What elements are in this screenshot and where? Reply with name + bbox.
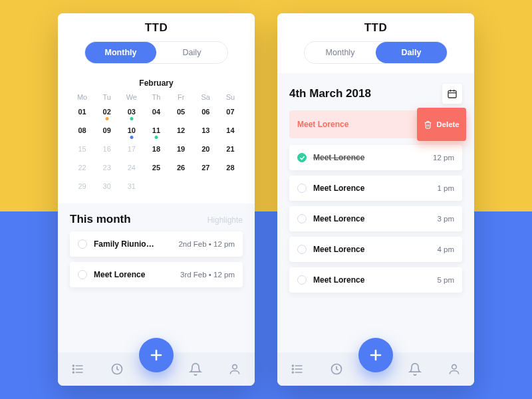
event-time: 5 pm [437,276,454,284]
app-logo: TTD [70,21,243,35]
calendar-day[interactable]: 10 [119,126,144,138]
tab-monthly[interactable]: Monthly [305,42,376,63]
calendar-day[interactable]: 22 [70,164,94,176]
calendar-day[interactable]: 04 [144,108,168,120]
calendar-day[interactable]: 29 [70,182,94,194]
nav-bell-icon[interactable] [402,356,428,382]
event-time: 3 pm [437,215,454,223]
calendar-day[interactable]: 07 [218,108,243,120]
svg-point-7 [233,364,237,369]
status-circle-icon [78,239,87,249]
screen-monthly: TTD Monthly Daily February MoTuWeThFrSaS… [58,13,255,386]
event-title: Meet Lorence [313,153,364,162]
section-subtitle: Highlighte [207,215,243,225]
tab-monthly[interactable]: Monthly [85,42,156,63]
header: TTD Monthly Daily [58,13,255,73]
event-dot-icon [105,117,108,120]
calendar-day[interactable]: 19 [169,145,194,157]
nav-clock-icon[interactable] [104,356,130,382]
calendar-month-label: February [70,78,243,88]
calendar-day[interactable]: 21 [218,145,243,157]
calendar-day[interactable]: 05 [169,108,194,120]
event-title: Meet Lorence [313,245,364,254]
calendar-day[interactable]: 01 [70,108,94,120]
calendar-day[interactable]: 17 [119,145,144,157]
calendar: February MoTuWeThFrSaSu01020304050607080… [58,73,255,203]
calendar-dow: Mo [70,93,94,101]
screen-daily: TTD Monthly Daily 4th March 2018 Meet Lo… [277,13,474,386]
nav-list-icon[interactable] [284,356,311,382]
view-toggle: Monthly Daily [304,41,448,64]
calendar-day[interactable]: 09 [94,126,119,138]
calendar-day[interactable]: 30 [94,182,119,194]
calendar-day[interactable]: 13 [194,126,218,138]
calendar-day[interactable]: 15 [70,145,94,157]
svg-point-21 [452,364,457,369]
status-circle-icon [297,245,307,254]
tab-daily[interactable]: Daily [376,42,447,63]
calendar-day[interactable]: 23 [94,164,119,176]
calendar-day[interactable]: 14 [218,126,243,138]
daily-event-card[interactable]: Meet Lorence1 pm [289,176,462,201]
calendar-day[interactable]: 03 [119,108,144,120]
fab-add-button[interactable] [358,338,393,372]
svg-point-19 [292,372,293,373]
daily-event-list: Meet Lorence12 pmMeet Lorence1 pmMeet Lo… [277,145,474,293]
calendar-day[interactable]: 31 [119,182,144,194]
status-done-icon [297,153,307,162]
event-card[interactable]: Meet Lorence3rd Feb • 12 pm [70,262,243,287]
daily-event-card[interactable]: Meet Lorence3 pm [289,206,462,231]
status-circle-icon [78,270,87,279]
event-card[interactable]: Family Riunio…2nd Feb • 12 pm [70,231,243,257]
calendar-day[interactable]: 08 [70,126,94,138]
calendar-day[interactable]: 28 [218,164,243,176]
fab-add-button[interactable] [139,338,174,372]
event-title: Meet Lorence [94,270,145,279]
svg-rect-10 [448,90,456,98]
swipe-delete-row[interactable]: Meet Lorence Delete [289,110,462,138]
event-meta: 3rd Feb • 12 pm [180,271,235,279]
section-title: This month [70,213,131,226]
calendar-dow: Fr [169,93,194,101]
app-logo: TTD [289,21,462,35]
status-circle-icon [297,275,307,285]
date-title: 4th March 2018 [289,87,371,100]
event-dot-icon [130,117,133,120]
calendar-day[interactable]: 26 [169,164,194,176]
event-meta: 2nd Feb • 12 pm [178,240,235,248]
event-time: 12 pm [433,154,454,162]
calendar-day[interactable]: 27 [194,164,218,176]
nav-profile-icon[interactable] [221,356,248,382]
daily-event-card[interactable]: Meet Lorence5 pm [289,267,462,293]
nav-bell-icon[interactable] [182,356,209,382]
event-dot-icon [154,136,158,139]
daily-header: 4th March 2018 [277,73,474,110]
svg-point-3 [72,365,74,366]
nav-profile-icon[interactable] [441,356,467,382]
svg-point-5 [72,372,74,373]
daily-event-card[interactable]: Meet Lorence12 pm [289,145,462,170]
daily-event-card[interactable]: Meet Lorence4 pm [289,237,462,262]
calendar-day[interactable]: 16 [94,145,119,157]
tab-daily[interactable]: Daily [156,42,227,63]
calendar-day[interactable]: 02 [94,108,119,120]
view-toggle: Monthly Daily [84,41,228,64]
calendar-day[interactable]: 24 [119,164,144,176]
event-title: Meet Lorence [313,214,364,223]
nav-clock-icon[interactable] [323,356,350,382]
svg-point-18 [292,368,293,370]
calendar-dow: Sa [194,93,218,101]
calendar-day[interactable]: 06 [194,108,218,120]
open-calendar-button[interactable] [442,84,462,104]
calendar-day[interactable]: 11 [144,126,168,138]
calendar-day[interactable]: 25 [144,164,168,176]
calendar-day[interactable]: 18 [144,145,168,157]
status-circle-icon [297,214,307,223]
event-title: Family Riunio… [94,239,154,249]
calendar-day[interactable]: 20 [194,145,218,157]
calendar-day[interactable]: 12 [169,126,194,138]
section-header: This month Highlighte [58,203,255,231]
delete-button[interactable]: Delete [417,108,466,141]
nav-list-icon[interactable] [65,356,91,382]
event-time: 4 pm [437,245,454,253]
